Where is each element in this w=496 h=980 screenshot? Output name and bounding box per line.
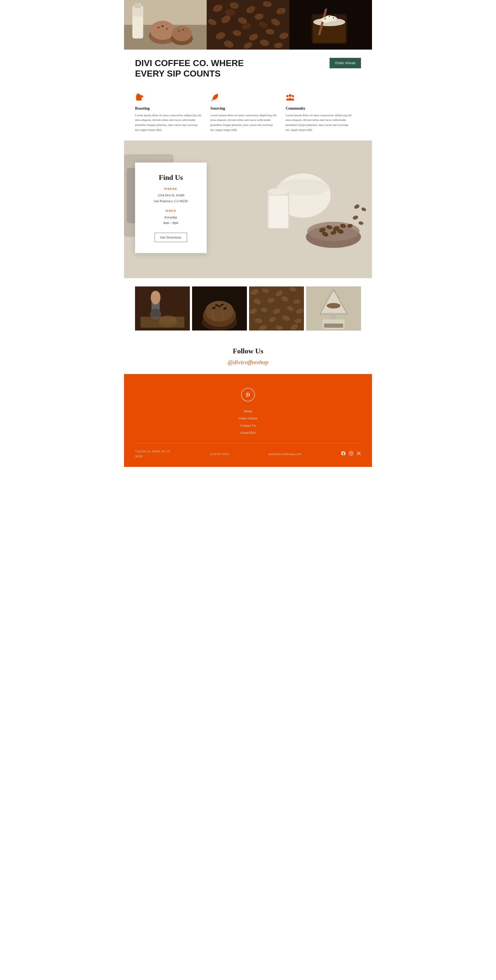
footer-phone: (233) 352-6250 [210,452,229,455]
hero-image-1 [124,0,207,49]
find-us-address: 1234 Divi St. #1000 San Francisco, CA 94… [143,192,198,204]
find-us-section: Find Us WHERE 1234 Divi St. #1000 San Fr… [124,140,372,278]
feature-community-title: Community [286,106,353,111]
footer-about-link[interactable]: About Divi [240,431,256,434]
svg-point-135 [327,303,341,309]
gallery-item-4 [306,286,361,331]
features-section: Roasting Lorem ipsum dolor sit amet cons… [124,84,372,140]
leaf-icon [210,93,277,103]
gallery-item-1 [135,286,190,331]
feature-sourcing-text: Lorem ipsum dolor sit amet consectetur a… [210,113,277,132]
hero-image-3 [289,0,372,49]
footer-social [341,451,361,457]
cup-icon [135,93,202,103]
footer-contact-link[interactable]: Contact Us [240,423,256,428]
footer-nav-item-menu[interactable]: Menu [135,409,361,414]
footer: D Menu Order Online Contact Us About Div… [124,374,372,467]
address-line2: San Francisco, CA 94220 [154,199,188,203]
footer-email: hello@divicoffeeshop.com [269,452,301,455]
feature-roasting-title: Roasting [135,106,202,111]
svg-rect-133 [324,324,343,328]
svg-point-138 [352,452,352,453]
footer-nav-item-order[interactable]: Order Online [135,416,361,421]
instagram-handle[interactable]: @divicoffeeshop [228,359,268,366]
order-ahead-button[interactable]: Order Ahead [330,58,361,68]
hero-title: DIVI COFFEE CO. WHERE EVERY SIP COUNTS [135,58,273,79]
find-us-card: Find Us WHERE 1234 Divi St. #1000 San Fr… [135,162,207,253]
footer-order-link[interactable]: Order Online [239,416,258,420]
follow-us-title: Follow Us [135,347,361,355]
hero-text-section: DIVI COFFEE CO. WHERE EVERY SIP COUNTS O… [124,49,372,84]
footer-nav-item-contact[interactable]: Contact Us [135,423,361,428]
footer-bottom: 1234 Divi St. #1000, SF, CA94220 (233) 3… [135,443,361,458]
svg-point-54 [333,18,334,19]
svg-point-58 [292,95,294,97]
footer-nav-item-about[interactable]: About Divi [135,430,361,435]
svg-rect-70 [269,196,288,228]
follow-us-section: Follow Us @divicoffeeshop [124,339,372,374]
community-icon [286,93,353,103]
svg-rect-4 [133,16,143,38]
find-us-hours: Everyday 8am – 9pm [143,215,198,226]
feature-sourcing-title: Sourcing [210,106,277,111]
when-label: WHEN [143,209,198,212]
svg-rect-130 [332,314,336,320]
address-line1: 1234 Divi St. #1000 [157,193,184,197]
svg-point-52 [325,18,326,19]
feature-community-text: Lorem ipsum dolor sit amet consectetur a… [286,113,353,132]
gallery-item-2 [192,286,247,331]
svg-rect-91 [140,317,184,328]
get-directions-button[interactable]: Get Directions [155,233,187,242]
feature-roasting-text: Lorem ipsum dolor sit amet consectetur a… [135,113,202,132]
svg-point-69 [268,188,289,195]
svg-point-53 [329,16,330,17]
svg-point-11 [172,26,192,41]
instagram-icon[interactable] [349,451,353,457]
svg-point-95 [205,301,234,322]
hero-images-section [124,0,372,49]
feature-community: Community Lorem ipsum dolor sit amet con… [286,93,361,132]
find-us-title: Find Us [143,173,198,182]
hours-line2: 8am – 9pm [163,221,178,225]
svg-point-137 [350,452,352,454]
where-label: WHERE [143,187,198,190]
footer-nav: Menu Order Online Contact Us About Divi [135,409,361,435]
svg-point-90 [151,291,161,304]
footer-address: 1234 Divi St. #1000, SF, CA94220 [135,449,170,458]
svg-rect-55 [137,94,140,95]
svg-rect-3 [134,3,141,8]
hours-line1: Everyday [164,215,177,219]
svg-point-57 [286,95,289,97]
facebook-icon[interactable] [341,451,346,457]
feature-roasting: Roasting Lorem ipsum dolor sit amet cons… [135,93,210,132]
svg-rect-136 [349,452,353,455]
hero-image-2 [207,0,289,49]
footer-menu-link[interactable]: Menu [244,409,252,413]
feature-sourcing: Sourcing Lorem ipsum dolor sit amet cons… [210,93,285,132]
gallery-item-3 [249,286,304,331]
gallery-section [124,278,372,339]
footer-logo: D [241,388,255,402]
svg-point-56 [289,94,292,97]
twitter-x-icon[interactable] [357,451,361,457]
